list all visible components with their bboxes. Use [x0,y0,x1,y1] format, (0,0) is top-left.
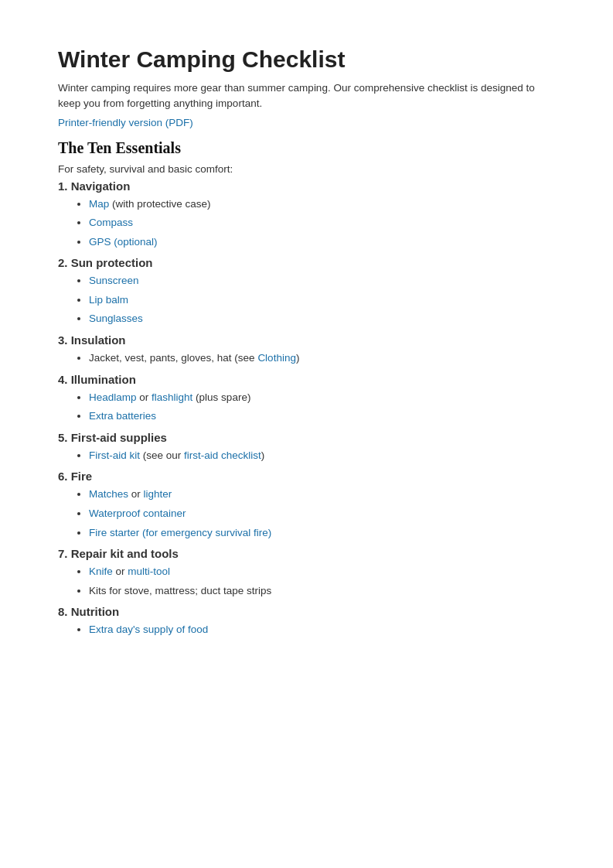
page-title: Winter Camping Checklist [58,46,555,73]
list-item: First-aid kit (see our first-aid checkli… [89,447,555,464]
item-middle: or [137,391,152,403]
list-item: Kits for stove, mattress; duct tape stri… [89,583,555,600]
item-link-2[interactable]: flashlight [152,391,192,403]
sub-list-8: Extra day's supply of food [58,621,555,638]
clothing-link[interactable]: Clothing [257,352,296,364]
item-suffix: (with protective case) [109,198,210,210]
list-item: Sunglasses [89,310,555,327]
item-middle: or [128,488,144,500]
list-item: Fire starter (for emergency survival fir… [89,525,555,542]
pdf-link[interactable]: Printer-friendly version (PDF) [58,117,555,128]
insulation-suffix: ) [296,352,300,364]
item-link[interactable]: Sunglasses [89,313,143,324]
essential-section-7: 7. Repair kit and toolsKnife or multi-to… [58,547,555,599]
section-title-4: 4. Illumination [58,373,555,386]
item-link-1[interactable]: Matches [89,488,128,500]
item-middle: (see our [140,449,184,461]
item-link[interactable]: Fire starter (for emergency survival fir… [89,527,271,538]
item-suffix: (plus spare) [192,391,250,403]
insulation-text: Jacket, vest, pants, gloves, hat (see [89,352,257,364]
item-link[interactable]: Extra day's supply of food [89,624,208,635]
list-item: Extra day's supply of food [89,621,555,638]
item-link[interactable]: Waterproof container [89,507,186,519]
section-title-7: 7. Repair kit and tools [58,547,555,560]
item-link-1[interactable]: First-aid kit [89,449,140,461]
item-link[interactable]: Compass [89,217,133,228]
section-title-5: 5. First-aid supplies [58,431,555,444]
item-link[interactable]: Lip balm [89,294,128,306]
item-link-1[interactable]: Headlamp [89,391,137,403]
essential-section-4: 4. IlluminationHeadlamp or flashlight (p… [58,373,555,425]
list-item: Matches or lighter [89,486,555,503]
list-item: Sunscreen [89,272,555,289]
sub-list-5: First-aid kit (see our first-aid checkli… [58,447,555,464]
essential-section-3: 3. InsulationJacket, vest, pants, gloves… [58,333,555,367]
sub-list-4: Headlamp or flashlight (plus spare)Extra… [58,389,555,425]
list-item: Lip balm [89,292,555,309]
item-link[interactable]: GPS (optional) [89,236,158,248]
essential-section-8: 8. NutritionExtra day's supply of food [58,605,555,638]
sub-list-6: Matches or lighterWaterproof containerFi… [58,486,555,541]
item-link-2[interactable]: first-aid checklist [184,449,261,461]
safety-text: For safety, survival and basic comfort: [58,163,555,175]
list-item: GPS (optional) [89,234,555,251]
section-title-1: 1. Navigation [58,179,555,193]
list-item: Headlamp or flashlight (plus spare) [89,389,555,406]
essential-section-1: 1. NavigationMap (with protective case)C… [58,179,555,251]
sub-list-2: SunscreenLip balmSunglasses [58,272,555,327]
item-text: Kits for stove, mattress; duct tape stri… [89,585,271,596]
section-title-8: 8. Nutrition [58,605,555,618]
sub-list-7: Knife or multi-toolKits for stove, mattr… [58,563,555,599]
essential-section-2: 2. Sun protectionSunscreenLip balmSungla… [58,256,555,327]
item-link[interactable]: Sunscreen [89,275,139,286]
item-suffix: ) [261,449,265,461]
sub-list-1: Map (with protective case)CompassGPS (op… [58,196,555,251]
item-link[interactable]: Map [89,198,109,210]
essential-section-5: 5. First-aid suppliesFirst-aid kit (see … [58,431,555,464]
item-link-2[interactable]: lighter [144,488,172,500]
list-item: Knife or multi-tool [89,563,555,580]
item-middle: or [113,566,128,577]
sub-list-3: Jacket, vest, pants, gloves, hat (see Cl… [58,350,555,367]
item-link-2[interactable]: multi-tool [128,566,170,577]
list-item: Compass [89,214,555,231]
essentials-list: 1. NavigationMap (with protective case)C… [58,179,555,639]
item-link-1[interactable]: Knife [89,566,113,577]
intro-paragraph: Winter camping requires more gear than s… [58,80,555,112]
section-title-6: 6. Fire [58,470,555,483]
list-item: Jacket, vest, pants, gloves, hat (see Cl… [89,350,555,367]
list-item: Waterproof container [89,505,555,522]
section-heading: The Ten Essentials [58,139,555,157]
list-item: Extra batteries [89,408,555,425]
essential-section-6: 6. FireMatches or lighterWaterproof cont… [58,470,555,541]
section-title-2: 2. Sun protection [58,256,555,269]
item-link[interactable]: Extra batteries [89,410,156,422]
section-title-3: 3. Insulation [58,333,555,347]
list-item: Map (with protective case) [89,196,555,213]
